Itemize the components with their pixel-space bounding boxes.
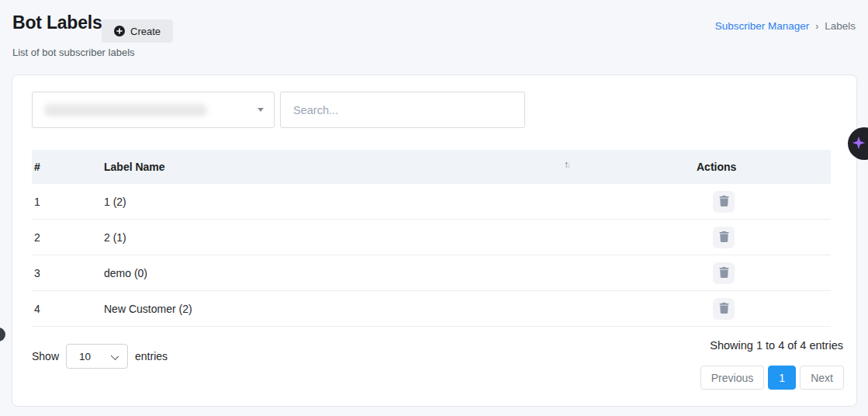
bot-select-dropdown[interactable] — [32, 92, 275, 128]
plus-circle-icon — [114, 26, 125, 36]
sort-icon[interactable]: ↑↓ — [564, 159, 569, 170]
create-button-label: Create — [130, 26, 161, 37]
row-label-name: 2 (1) — [104, 231, 126, 244]
row-label-name: New Customer (2) — [104, 303, 192, 315]
breadcrumb-chevron-icon: › — [815, 21, 818, 32]
trash-icon — [719, 303, 729, 316]
column-header-actions: Actions — [697, 161, 736, 173]
column-header-num: # — [34, 161, 40, 173]
row-number: 4 — [34, 303, 40, 315]
page-size-control: Show 10 entries — [32, 344, 168, 369]
trash-icon — [719, 267, 729, 280]
trash-icon — [719, 196, 729, 209]
entries-summary: Showing 1 to 4 of 4 entries — [710, 339, 843, 352]
search-input[interactable] — [280, 92, 525, 128]
sort-down-arrow: ↓ — [566, 159, 569, 170]
row-label-name: 1 (2) — [104, 196, 126, 208]
breadcrumb-subscriber-manager-link[interactable]: Subscriber Manager — [715, 20, 810, 32]
next-page-button[interactable]: Next — [800, 366, 844, 390]
breadcrumb: Subscriber Manager › Labels — [715, 20, 856, 32]
row-number: 3 — [34, 267, 40, 279]
page-title: Bot Labels — [12, 12, 102, 33]
entries-label: entries — [135, 350, 168, 362]
show-label: Show — [32, 350, 59, 362]
page-size-value: 10 — [79, 351, 91, 362]
row-number: 2 — [34, 231, 40, 244]
page-1-button[interactable]: 1 — [768, 366, 796, 390]
breadcrumb-current: Labels — [825, 20, 856, 32]
bot-select-redacted-value — [44, 104, 207, 116]
caret-down-icon — [258, 108, 264, 112]
table-row: 1 1 (2) — [32, 184, 831, 220]
labels-table: # Label Name ↑↓ Actions 1 1 (2) 2 2 (1) — [32, 150, 831, 327]
trash-icon — [719, 231, 729, 244]
table-row: 2 2 (1) — [32, 220, 831, 255]
table-header-row: # Label Name ↑↓ Actions — [32, 150, 831, 184]
bot-labels-page: Bot Labels Create List of bot subscriber… — [0, 0, 868, 416]
previous-page-button[interactable]: Previous — [700, 366, 764, 390]
delete-label-button[interactable] — [713, 298, 735, 320]
delete-label-button[interactable] — [713, 227, 735, 248]
page-subtitle: List of bot subscriber labels — [12, 47, 135, 58]
row-number: 1 — [34, 196, 40, 208]
row-label-name: demo (0) — [104, 267, 147, 279]
table-row: 4 New Customer (2) — [32, 291, 831, 327]
pagination: Previous 1 Next — [700, 366, 844, 390]
delete-label-button[interactable] — [713, 191, 735, 213]
page-size-select[interactable]: 10 — [66, 344, 128, 369]
labels-card: # Label Name ↑↓ Actions 1 1 (2) 2 2 (1) — [12, 75, 857, 407]
create-button[interactable]: Create — [102, 19, 173, 43]
chevron-down-icon — [111, 352, 119, 360]
sparkle-icon — [852, 136, 868, 152]
table-row: 3 demo (0) — [32, 255, 831, 291]
column-header-label-name[interactable]: Label Name — [104, 161, 165, 173]
delete-label-button[interactable] — [713, 262, 735, 284]
edge-dot-widget[interactable] — [0, 328, 5, 341]
